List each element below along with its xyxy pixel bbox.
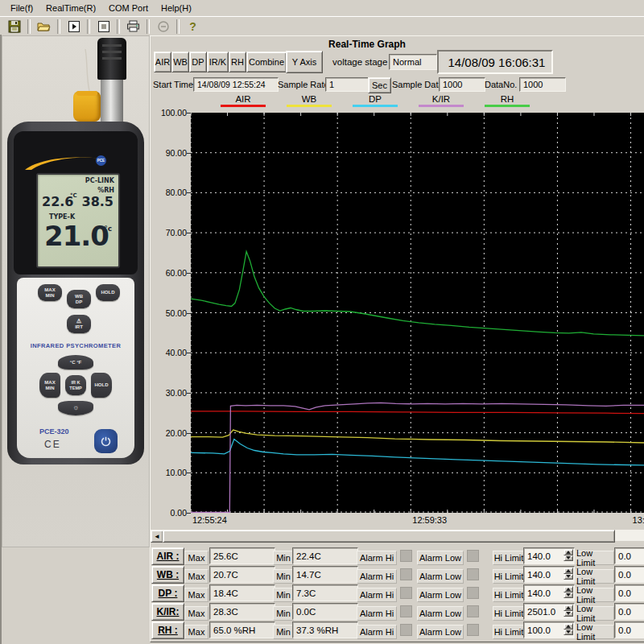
voltage-stage-label: voltage stage — [332, 57, 387, 67]
alarm-low-label: Alarm Low — [417, 551, 464, 565]
sample-data-field[interactable]: 1000 — [439, 77, 485, 92]
channel-button-dp[interactable]: DP : — [151, 584, 184, 602]
up-arrow-icon — [566, 569, 571, 572]
menu-file[interactable]: File(f) — [5, 2, 39, 14]
sample-rate-field[interactable]: 1 — [325, 77, 371, 92]
channel-button-irk[interactable]: IR/K — [207, 52, 229, 72]
play-icon — [68, 20, 80, 33]
spin-down-button[interactable] — [564, 574, 573, 580]
sample-rate-label: Sample Rate — [278, 80, 329, 89]
hi-limit-field[interactable]: 2501.0 — [523, 603, 575, 620]
hi-limit-label-wrap: Hi Limit — [493, 549, 523, 562]
lcd-rh-value: 38.5 — [82, 194, 114, 209]
question-mark-icon: ? — [189, 20, 196, 33]
low-limit-field[interactable]: 0.0 — [614, 621, 644, 638]
scrollbar-thumb[interactable] — [163, 530, 615, 543]
channel-button-kir[interactable]: K/IR: — [151, 603, 184, 621]
chart-horizontal-scrollbar[interactable]: ◄ — [151, 530, 644, 541]
hi-limit-field[interactable]: 140.0 — [523, 547, 575, 564]
hi-limit-spinner[interactable] — [564, 623, 573, 635]
max-label: Max — [184, 551, 208, 565]
hi-limit-label: Hi Limit — [493, 551, 525, 565]
channel-button-rh[interactable]: RH : — [151, 621, 184, 639]
low-limit-label: Low Limit — [576, 625, 614, 639]
help-button[interactable]: ? — [182, 19, 204, 35]
menu-help[interactable]: Help(H) — [155, 2, 197, 14]
spin-up-button[interactable] — [564, 623, 573, 630]
product-label: INFRARED PSYCHROMETER — [17, 342, 134, 349]
lcd-temp-unit: °C — [70, 192, 77, 199]
save-button[interactable] — [3, 19, 25, 35]
sec-button[interactable]: Sec — [368, 77, 391, 93]
hi-limit-spinner[interactable] — [564, 586, 573, 598]
scroll-left-button[interactable]: ◄ — [151, 530, 163, 543]
hi-limit-field[interactable]: 140.0 — [523, 584, 575, 601]
table-row: AIR :Max25.6CMin22.4CAlarm HiAlarm LowHi… — [150, 547, 644, 564]
legend-item-k-ir: K/IR — [409, 94, 473, 107]
low-limit-field[interactable]: 0.0 — [614, 566, 644, 583]
voltage-stage-value: Normal — [389, 54, 437, 70]
min-label: Min — [273, 606, 294, 621]
laser-warning-icon: ⚠ — [76, 318, 81, 324]
menu-com-port[interactable]: COM Port — [103, 2, 154, 14]
key-irt: ⚠ IRT — [67, 315, 91, 333]
open-button[interactable] — [33, 19, 55, 35]
channel-button-dp[interactable]: DP — [189, 52, 207, 72]
low-limit-label-wrap: Low Limit — [576, 568, 613, 580]
alarm-low-indicator — [467, 550, 479, 562]
spin-up-button[interactable] — [564, 549, 573, 555]
x-tick-label: 13:0 — [633, 515, 644, 525]
print-button[interactable] — [122, 19, 144, 35]
series-line-dp — [191, 440, 644, 465]
channel-button-wb[interactable]: WB : — [151, 566, 184, 584]
low-limit-label: Low Limit — [576, 551, 614, 565]
hi-limit-label: Hi Limit — [493, 625, 525, 639]
data-no-label: DataNo. — [485, 80, 517, 89]
hi-limit-spinner[interactable] — [564, 605, 573, 617]
y-tick-label: 50.00 — [151, 308, 187, 318]
table-row: DP :Max18.4CMin7.3CAlarm HiAlarm LowHi L… — [150, 584, 644, 601]
hi-limit-field[interactable]: 100.0 — [523, 621, 575, 638]
y-tick-label: 100.00 — [151, 108, 187, 118]
spin-up-button[interactable] — [564, 586, 573, 592]
meter-keypad-panel: MAX MIN WB DP HOLD ⚠ IRT INFRARED PSYCHR… — [17, 278, 134, 458]
start-button[interactable] — [63, 19, 85, 35]
circle-minus-icon — [157, 20, 170, 33]
hi-limit-spinner[interactable] — [564, 568, 573, 580]
low-limit-field[interactable]: 0.0 — [614, 547, 644, 564]
max-label-wrap: Max — [184, 568, 207, 580]
spin-down-button[interactable] — [564, 555, 573, 562]
hi-limit-label-wrap: Hi Limit — [493, 623, 523, 636]
spin-up-button[interactable] — [564, 568, 573, 574]
spin-down-button[interactable] — [564, 592, 573, 599]
data-no-field[interactable]: 1000 — [519, 77, 566, 92]
ce-mark: CE — [44, 439, 61, 450]
low-limit-label-wrap: Low Limit — [576, 549, 613, 562]
spin-down-button[interactable] — [564, 611, 573, 617]
channel-button-rh[interactable]: RH — [229, 52, 246, 72]
channel-button-combine[interactable]: Combine — [246, 52, 287, 72]
channel-button-air[interactable]: AIR — [154, 52, 171, 72]
pce-logo: PCE — [96, 155, 106, 166]
menu-realtime[interactable]: RealTime(R) — [40, 2, 101, 14]
spin-down-button[interactable] — [564, 630, 573, 636]
channel-button-wb[interactable]: WB — [171, 52, 189, 72]
stop-button[interactable] — [93, 19, 114, 35]
alarm-low-label-wrap: Alarm Low — [417, 586, 462, 599]
chart-plot-area — [191, 113, 644, 513]
low-limit-field[interactable]: 0.0 — [614, 584, 644, 601]
min-value-field: 0.0C — [292, 603, 358, 620]
y-axis-button[interactable]: Y Axis — [286, 51, 323, 73]
low-limit-field[interactable]: 0.0 — [614, 603, 644, 620]
up-arrow-icon — [566, 551, 571, 554]
alarm-hi-indicator — [400, 568, 412, 580]
legend-label: WB — [277, 94, 341, 104]
channel-button-air[interactable]: AIR : — [151, 547, 184, 565]
start-time-field[interactable]: 14/08/09 12:55:24 — [193, 77, 279, 92]
hi-limit-spinner[interactable] — [564, 549, 573, 561]
hi-limit-field[interactable]: 140.0 — [523, 566, 575, 583]
spin-up-button[interactable] — [564, 605, 573, 611]
record-button[interactable] — [152, 19, 174, 35]
hi-limit-label-wrap: Hi Limit — [493, 586, 523, 599]
max-label-wrap: Max — [184, 549, 207, 562]
